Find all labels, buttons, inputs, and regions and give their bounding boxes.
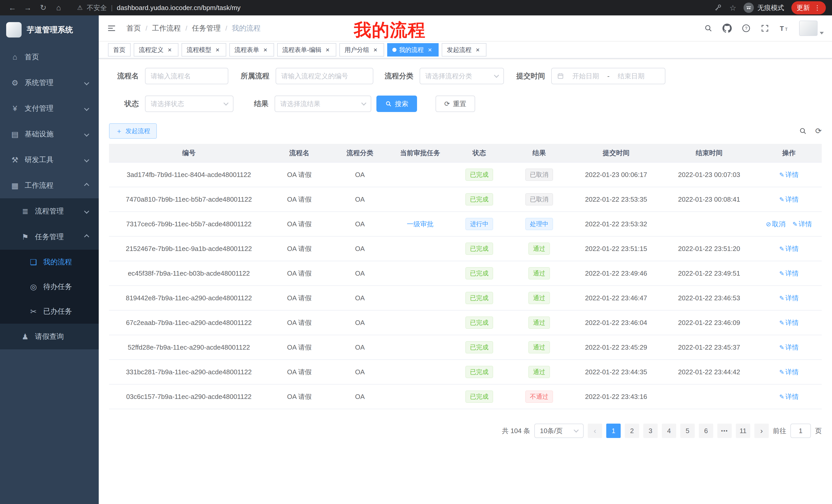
row-id: 7317cec6-7b9b-11ec-b5b7-acde48001122 bbox=[109, 212, 269, 236]
tab-流程定义[interactable]: 流程定义× bbox=[134, 43, 178, 57]
update-button[interactable]: 更新 ⋮ bbox=[791, 1, 826, 15]
submit-time-range-picker[interactable]: - bbox=[551, 68, 666, 84]
table-row[interactable]: 52ffd28e-7b9a-11ec-a290-acde48001122 OA … bbox=[109, 335, 822, 360]
next-page-button[interactable]: › bbox=[754, 424, 769, 438]
detail-action-link[interactable]: ✎详情 bbox=[792, 220, 812, 228]
tab-close-icon[interactable]: × bbox=[372, 46, 379, 53]
process-name-field[interactable] bbox=[145, 68, 228, 84]
table-row[interactable]: 7317cec6-7b9b-11ec-b5b7-acde48001122 OA … bbox=[109, 212, 822, 236]
table-row[interactable]: 331bc281-7b9a-11ec-a290-acde48001122 OA … bbox=[109, 360, 822, 384]
edit-pencil-icon: ✎ bbox=[792, 221, 798, 228]
page-button-5[interactable]: 5 bbox=[680, 424, 695, 438]
process-name-input[interactable] bbox=[151, 72, 223, 80]
sidebar-item-home[interactable]: ⌂ 首页 bbox=[0, 44, 99, 70]
table-row[interactable]: 67c2eaab-7b9a-11ec-a290-acde48001122 OA … bbox=[109, 310, 822, 335]
table-row[interactable]: 3ad174fb-7b9d-11ec-8404-acde48001122 OA … bbox=[109, 162, 822, 187]
refresh-table-icon[interactable]: ⟳ bbox=[815, 127, 822, 135]
sidebar-item-infra[interactable]: ▤ 基础设施 bbox=[0, 121, 99, 147]
cancel-action-link[interactable]: ⊘取消 bbox=[766, 220, 785, 228]
start-date-input[interactable] bbox=[567, 72, 604, 80]
incognito-badge[interactable]: 无痕模式 bbox=[744, 3, 784, 13]
home-icon[interactable]: ⌂ bbox=[52, 4, 65, 11]
table-row[interactable]: 7470a810-7b9b-11ec-b5b7-acde48001122 OA … bbox=[109, 187, 822, 212]
row-process-name: OA 请假 bbox=[269, 162, 330, 187]
tab-流程表单-编辑[interactable]: 流程表单-编辑× bbox=[277, 43, 336, 57]
sidebar-item-payment[interactable]: ¥ 支付管理 bbox=[0, 95, 99, 121]
user-avatar-menu[interactable] bbox=[799, 21, 824, 36]
detail-action-link[interactable]: ✎详情 bbox=[779, 245, 799, 253]
table-row[interactable]: ec45f38f-7b9a-11ec-b03b-acde48001122 OA … bbox=[109, 261, 822, 286]
font-size-icon[interactable]: TT bbox=[779, 24, 789, 33]
back-icon[interactable]: ← bbox=[6, 4, 19, 11]
detail-action-link[interactable]: ✎详情 bbox=[779, 393, 799, 400]
search-button[interactable]: 搜索 bbox=[376, 95, 417, 112]
tab-用户分组[interactable]: 用户分组× bbox=[339, 43, 384, 57]
sidebar-item-devtools[interactable]: ⚒ 研发工具 bbox=[0, 147, 99, 173]
tab-close-icon[interactable]: × bbox=[166, 46, 173, 53]
detail-action-link[interactable]: ✎详情 bbox=[779, 195, 799, 203]
sidebar-item-leave-query[interactable]: ♟ 请假查询 bbox=[0, 324, 99, 349]
process-definition-field[interactable] bbox=[276, 68, 373, 84]
help-icon[interactable]: ? bbox=[742, 24, 751, 33]
breadcrumb-workflow[interactable]: 工作流程 bbox=[152, 23, 181, 33]
tab-首页[interactable]: 首页 bbox=[108, 43, 131, 57]
detail-action-link[interactable]: ✎详情 bbox=[779, 368, 799, 376]
tab-close-icon[interactable]: × bbox=[324, 46, 331, 53]
page-size-select[interactable]: 10条/页 bbox=[534, 424, 583, 438]
page-button-4[interactable]: 4 bbox=[662, 424, 676, 438]
prev-page-button[interactable]: ‹ bbox=[588, 424, 602, 438]
collapse-menu-icon[interactable] bbox=[107, 24, 116, 33]
more-pages-button[interactable]: ••• bbox=[717, 424, 732, 438]
goto-page-input[interactable] bbox=[790, 424, 811, 438]
password-key-icon[interactable] bbox=[713, 3, 722, 12]
tab-发起流程[interactable]: 发起流程× bbox=[442, 43, 487, 57]
detail-action-link[interactable]: ✎详情 bbox=[779, 343, 799, 351]
table-row[interactable]: 03c6c157-7b9a-11ec-a290-acde48001122 OA … bbox=[109, 384, 822, 409]
tab-我的流程[interactable]: 我的流程× bbox=[387, 43, 439, 57]
sidebar-item-workflow[interactable]: ▦ 工作流程 bbox=[0, 173, 99, 198]
tab-close-icon[interactable]: × bbox=[262, 46, 269, 53]
sidebar-item-process-mgmt[interactable]: ≣ 流程管理 bbox=[0, 198, 99, 224]
tab-close-icon[interactable]: × bbox=[214, 46, 221, 53]
chrome-menu-icon[interactable]: ⋮ bbox=[814, 4, 821, 12]
sidebar-item-task-mgmt[interactable]: ⚑ 任务管理 bbox=[0, 224, 99, 250]
tab-流程表单[interactable]: 流程表单× bbox=[229, 43, 274, 57]
create-process-button[interactable]: ＋ 发起流程 bbox=[109, 123, 157, 139]
page-button-6[interactable]: 6 bbox=[699, 424, 713, 438]
reload-icon[interactable]: ↻ bbox=[37, 4, 49, 11]
page-button-1[interactable]: 1 bbox=[606, 424, 621, 438]
fullscreen-icon[interactable] bbox=[760, 24, 769, 33]
bookmark-star-icon[interactable]: ☆ bbox=[729, 3, 736, 12]
reset-button[interactable]: ⟳ 重置 bbox=[436, 95, 475, 112]
toggle-search-icon[interactable] bbox=[799, 127, 807, 135]
page-button-3[interactable]: 3 bbox=[643, 424, 658, 438]
result-select[interactable]: 请选择流结果 bbox=[275, 95, 371, 112]
app-logo[interactable]: 芋道管理系统 bbox=[0, 16, 99, 44]
detail-action-link[interactable]: ✎详情 bbox=[779, 270, 799, 277]
sidebar-item-todo-tasks[interactable]: ◎ 待办任务 bbox=[0, 274, 99, 299]
detail-action-link[interactable]: ✎详情 bbox=[779, 294, 799, 302]
search-icon[interactable] bbox=[704, 24, 713, 33]
detail-action-link[interactable]: ✎详情 bbox=[779, 171, 799, 178]
detail-action-link[interactable]: ✎详情 bbox=[779, 319, 799, 327]
breadcrumb-task-mgmt[interactable]: 任务管理 bbox=[192, 23, 220, 33]
table-row[interactable]: 819442e8-7b9a-11ec-a290-acde48001122 OA … bbox=[109, 286, 822, 310]
page-button-11[interactable]: 11 bbox=[736, 424, 750, 438]
forward-icon[interactable]: → bbox=[22, 4, 34, 11]
sidebar-item-my-processes[interactable]: ❏ 我的流程 bbox=[0, 250, 99, 274]
breadcrumb-home[interactable]: 首页 bbox=[127, 23, 141, 33]
category-select[interactable]: 请选择流程分类 bbox=[420, 68, 504, 84]
tab-close-icon[interactable]: × bbox=[426, 46, 434, 53]
tab-close-icon[interactable]: × bbox=[474, 46, 481, 53]
sidebar-item-done-tasks[interactable]: ✂ 已办任务 bbox=[0, 299, 99, 324]
tab-流程模型[interactable]: 流程模型× bbox=[182, 43, 226, 57]
sidebar-item-system[interactable]: ⚙ 系统管理 bbox=[0, 70, 99, 95]
current-task-link[interactable]: 一级审批 bbox=[407, 220, 434, 228]
page-button-2[interactable]: 2 bbox=[625, 424, 639, 438]
table-row[interactable]: 2152467e-7b9b-11ec-9a1b-acde48001122 OA … bbox=[109, 236, 822, 261]
end-date-input[interactable] bbox=[613, 72, 650, 80]
github-icon[interactable] bbox=[723, 24, 732, 33]
address-bar[interactable]: ⚠ 不安全 | dashboard.yudao.iocoder.cn/bpm/t… bbox=[77, 3, 241, 12]
status-select[interactable]: 请选择状态 bbox=[145, 95, 233, 112]
process-definition-input[interactable] bbox=[281, 72, 368, 80]
